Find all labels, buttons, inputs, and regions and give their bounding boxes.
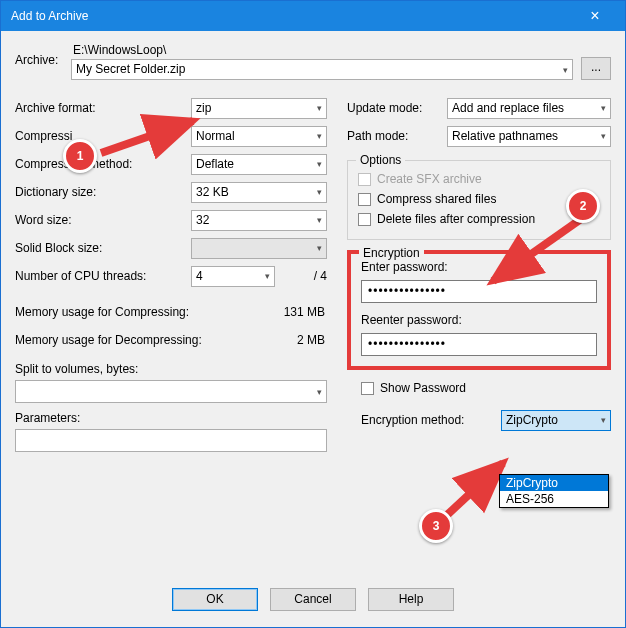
word-size-value: 32 bbox=[196, 213, 209, 227]
checkbox-icon bbox=[358, 173, 371, 186]
compress-shared-checkbox[interactable]: Compress shared files bbox=[358, 189, 600, 209]
compression-level-combo[interactable]: Normal ▾ bbox=[191, 126, 327, 147]
checkbox-icon bbox=[361, 382, 374, 395]
options-legend: Options bbox=[356, 153, 405, 167]
parameters-label: Parameters: bbox=[15, 411, 327, 425]
add-to-archive-window: Add to Archive × Archive: E:\WindowsLoop… bbox=[0, 0, 626, 628]
mem-decompress-label: Memory usage for Decompressing: bbox=[15, 333, 245, 347]
path-mode-label: Path mode: bbox=[347, 129, 447, 143]
sfx-label: Create SFX archive bbox=[377, 172, 482, 186]
titlebar: Add to Archive × bbox=[1, 1, 625, 31]
word-size-label: Word size: bbox=[15, 213, 191, 227]
archive-label: Archive: bbox=[15, 43, 71, 67]
browse-label: ... bbox=[591, 60, 601, 74]
reenter-password-input[interactable]: ••••••••••••••• bbox=[361, 333, 597, 356]
ok-label: OK bbox=[206, 592, 223, 606]
archive-row: Archive: E:\WindowsLoop\ My Secret Folde… bbox=[15, 43, 611, 80]
chevron-down-icon: ▾ bbox=[317, 243, 322, 253]
chevron-down-icon: ▾ bbox=[317, 131, 322, 141]
delete-after-label: Delete files after compression bbox=[377, 212, 535, 226]
reenter-password-label: Reenter password: bbox=[361, 313, 597, 327]
cancel-label: Cancel bbox=[294, 592, 331, 606]
enter-password-value: ••••••••••••••• bbox=[368, 284, 446, 298]
chevron-down-icon: ▾ bbox=[265, 271, 270, 281]
chevron-down-icon: ▾ bbox=[317, 159, 322, 169]
chevron-down-icon: ▾ bbox=[601, 415, 606, 425]
word-size-combo[interactable]: 32 ▾ bbox=[191, 210, 327, 231]
reenter-password-value: ••••••••••••••• bbox=[368, 337, 446, 351]
compression-method-label: Compression method: bbox=[15, 157, 191, 171]
dictionary-size-value: 32 KB bbox=[196, 185, 229, 199]
update-mode-value: Add and replace files bbox=[452, 101, 564, 115]
solid-block-label: Solid Block size: bbox=[15, 241, 191, 255]
annotation-callout-3: 3 bbox=[419, 509, 453, 543]
dialog-body: Archive: E:\WindowsLoop\ My Secret Folde… bbox=[1, 31, 625, 627]
archive-dir: E:\WindowsLoop\ bbox=[71, 43, 573, 59]
left-column: Archive format: zip ▾ Compressi Normal ▾… bbox=[15, 94, 327, 452]
cpu-threads-combo[interactable]: 4 ▾ bbox=[191, 266, 275, 287]
chevron-down-icon: ▾ bbox=[317, 215, 322, 225]
window-title: Add to Archive bbox=[11, 9, 88, 23]
chevron-down-icon: ▾ bbox=[601, 131, 606, 141]
encryption-group: Encryption Enter password: •••••••••••••… bbox=[347, 250, 611, 370]
encryption-method-dropdown[interactable]: ZipCrypto AES-256 bbox=[499, 474, 609, 508]
solid-block-combo: ▾ bbox=[191, 238, 327, 259]
compression-method-value: Deflate bbox=[196, 157, 234, 171]
svg-line-2 bbox=[447, 463, 503, 515]
archive-format-combo[interactable]: zip ▾ bbox=[191, 98, 327, 119]
split-volumes-combo[interactable]: ▾ bbox=[15, 380, 327, 403]
compression-level-label: Compressi bbox=[15, 129, 191, 143]
encryption-method-combo[interactable]: ZipCrypto ▾ bbox=[501, 410, 611, 431]
show-password-label: Show Password bbox=[380, 381, 466, 395]
enter-password-label: Enter password: bbox=[361, 260, 597, 274]
compression-level-value: Normal bbox=[196, 129, 235, 143]
cpu-threads-total: / 4 bbox=[283, 269, 327, 283]
encryption-method-label: Encryption method: bbox=[361, 413, 501, 427]
show-password-checkbox[interactable]: Show Password bbox=[361, 378, 611, 398]
sfx-checkbox: Create SFX archive bbox=[358, 169, 600, 189]
chevron-down-icon: ▾ bbox=[317, 387, 322, 397]
checkbox-icon bbox=[358, 213, 371, 226]
chevron-down-icon: ▾ bbox=[317, 187, 322, 197]
encryption-legend: Encryption bbox=[359, 246, 424, 260]
compression-method-combo[interactable]: Deflate ▾ bbox=[191, 154, 327, 175]
help-label: Help bbox=[399, 592, 424, 606]
checkbox-icon bbox=[358, 193, 371, 206]
dialog-buttons: OK Cancel Help bbox=[1, 588, 625, 611]
update-mode-label: Update mode: bbox=[347, 101, 447, 115]
archive-filename-combo[interactable]: My Secret Folder.zip ▾ bbox=[71, 59, 573, 80]
archive-format-label: Archive format: bbox=[15, 101, 191, 115]
chevron-down-icon: ▾ bbox=[601, 103, 606, 113]
dictionary-size-combo[interactable]: 32 KB ▾ bbox=[191, 182, 327, 203]
help-button[interactable]: Help bbox=[368, 588, 454, 611]
cancel-button[interactable]: Cancel bbox=[270, 588, 356, 611]
compress-shared-label: Compress shared files bbox=[377, 192, 496, 206]
cpu-threads-value: 4 bbox=[196, 269, 203, 283]
path-mode-value: Relative pathnames bbox=[452, 129, 558, 143]
archive-filename-value: My Secret Folder.zip bbox=[76, 62, 185, 76]
annotation-callout-2: 2 bbox=[566, 189, 600, 223]
mem-compress-label: Memory usage for Compressing: bbox=[15, 305, 245, 319]
split-volumes-label: Split to volumes, bytes: bbox=[15, 362, 327, 376]
update-mode-combo[interactable]: Add and replace files ▾ bbox=[447, 98, 611, 119]
encryption-method-value: ZipCrypto bbox=[506, 413, 558, 427]
encryption-option-aes256[interactable]: AES-256 bbox=[500, 491, 608, 507]
mem-compress-value: 131 MB bbox=[245, 305, 327, 319]
close-icon[interactable]: × bbox=[575, 1, 615, 31]
parameters-input[interactable] bbox=[15, 429, 327, 452]
archive-format-value: zip bbox=[196, 101, 211, 115]
annotation-callout-1: 1 bbox=[63, 139, 97, 173]
ok-button[interactable]: OK bbox=[172, 588, 258, 611]
cpu-threads-label: Number of CPU threads: bbox=[15, 269, 191, 283]
delete-after-checkbox[interactable]: Delete files after compression bbox=[358, 209, 600, 229]
right-column: Update mode: Add and replace files ▾ Pat… bbox=[347, 94, 611, 452]
chevron-down-icon: ▾ bbox=[317, 103, 322, 113]
browse-button[interactable]: ... bbox=[581, 57, 611, 80]
dictionary-size-label: Dictionary size: bbox=[15, 185, 191, 199]
chevron-down-icon: ▾ bbox=[563, 65, 568, 75]
encryption-option-zipcrypto[interactable]: ZipCrypto bbox=[500, 475, 608, 491]
path-mode-combo[interactable]: Relative pathnames ▾ bbox=[447, 126, 611, 147]
mem-decompress-value: 2 MB bbox=[245, 333, 327, 347]
enter-password-input[interactable]: ••••••••••••••• bbox=[361, 280, 597, 303]
